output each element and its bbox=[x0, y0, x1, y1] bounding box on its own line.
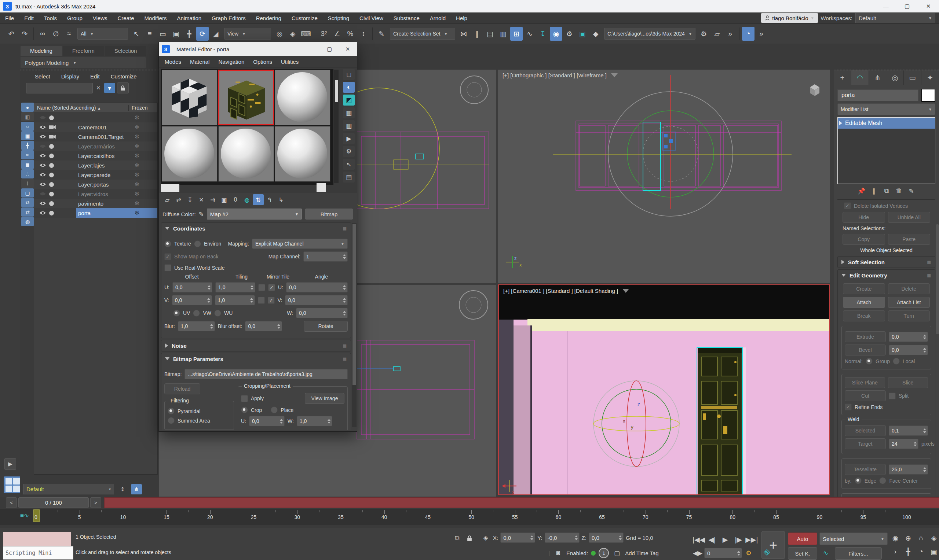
explorer-menu-edit[interactable]: Edit bbox=[90, 73, 100, 80]
bevel-spinner[interactable]: 0,0 bbox=[889, 345, 928, 355]
selection-filter-dropdown[interactable]: All▼ bbox=[77, 28, 128, 40]
orbit-icon[interactable]: ◔ bbox=[915, 545, 927, 558]
bitmap-path-field[interactable]: ...s\tiago\OneDrive\Ambiente de Trabalho… bbox=[185, 369, 348, 379]
explorer-menu-select[interactable]: Select bbox=[35, 73, 50, 80]
project-folder-dropdown[interactable]: C:\Users\tiago\...os\3ds Max 2024▼ bbox=[604, 28, 695, 40]
display-none-icon[interactable]: ● bbox=[21, 103, 34, 112]
wu-radio[interactable] bbox=[214, 310, 221, 317]
weld-target-spinner[interactable]: 24 bbox=[889, 439, 919, 449]
tab-create[interactable]: + bbox=[834, 70, 851, 85]
pov-arrow-icon[interactable]: › bbox=[889, 545, 902, 558]
eye-open-icon[interactable] bbox=[39, 182, 46, 186]
viewport-orthographic[interactable]: [+] [Orthographic ] [Standard ] [Wirefra… bbox=[498, 70, 830, 283]
go-forward-sibling-icon[interactable]: ↳ bbox=[276, 194, 287, 205]
column-frozen-header[interactable]: Frozen bbox=[128, 105, 157, 111]
material-id-channel-icon[interactable]: 0 bbox=[230, 194, 241, 205]
weld-selected-spinner[interactable]: 0,1 bbox=[889, 426, 928, 436]
next-frame-button[interactable]: > bbox=[90, 497, 101, 508]
material-editor-titlebar[interactable]: 3 Material Editor - porta — ▢ ✕ bbox=[159, 42, 357, 56]
by-face-center-radio[interactable] bbox=[879, 477, 886, 484]
select-and-scale-icon[interactable]: ◢ bbox=[210, 27, 222, 41]
sample-slot-3[interactable] bbox=[275, 70, 330, 125]
soft-selection-rollout-header[interactable]: Soft Selection▦ bbox=[838, 257, 935, 268]
assign-material-to-selection-icon[interactable]: ↧ bbox=[185, 194, 196, 205]
slice-plane-button[interactable]: Slice Plane bbox=[845, 377, 885, 388]
material-editor-icon[interactable]: ◉ bbox=[550, 27, 562, 41]
remove-modifier-icon[interactable]: 🗑 bbox=[894, 186, 904, 196]
display-helpers-icon[interactable]: ╋ bbox=[21, 141, 34, 150]
unlink-selection-icon[interactable]: ∅ bbox=[49, 27, 62, 41]
frozen-cell[interactable]: ✻ bbox=[127, 208, 157, 218]
menu-customize[interactable]: Customize bbox=[287, 15, 323, 21]
texture-radio[interactable] bbox=[164, 240, 171, 248]
command-panel-scrollbar[interactable] bbox=[936, 224, 939, 334]
key-filter-dropdown[interactable]: Selected▼ bbox=[819, 532, 888, 545]
mat-menu-material[interactable]: Material bbox=[187, 58, 213, 65]
display-particles-icon[interactable]: ∴ bbox=[21, 169, 34, 178]
v-mirror-checkbox[interactable] bbox=[258, 297, 265, 304]
explorer-preset-dropdown[interactable]: Default▾ bbox=[23, 484, 114, 494]
copy-button[interactable]: Copy bbox=[842, 234, 885, 245]
close-button[interactable]: ✕ bbox=[918, 0, 939, 12]
backlight-icon[interactable]: ◐ bbox=[343, 82, 355, 93]
edit-geometry-rollout-header[interactable]: Edit Geometry▦ bbox=[838, 270, 935, 281]
curve-editor-icon[interactable]: ∿ bbox=[523, 27, 536, 41]
background-icon[interactable]: ◩ bbox=[343, 95, 355, 106]
menu-help[interactable]: Help bbox=[451, 15, 472, 21]
next-frame-icon[interactable]: |▶ bbox=[732, 532, 745, 546]
use-real-world-scale-checkbox[interactable] bbox=[164, 264, 171, 271]
workspace-dropdown[interactable]: Default▼ bbox=[856, 13, 935, 23]
render-setup-icon[interactable]: ⚙ bbox=[563, 27, 575, 41]
v-angle-spinner[interactable]: 0,0 bbox=[285, 295, 348, 305]
minimize-button[interactable]: — bbox=[875, 0, 896, 12]
eyedropper-icon[interactable]: ✎ bbox=[199, 210, 204, 218]
normal-group-radio[interactable] bbox=[866, 358, 873, 365]
environ-radio[interactable] bbox=[194, 240, 201, 248]
filter-funnel-icon[interactable] bbox=[623, 289, 629, 293]
keyboard-override-icon[interactable]: ⌨ bbox=[300, 27, 312, 41]
map-type-button[interactable]: Bitmap bbox=[305, 209, 353, 220]
list-item-Camera001.Target[interactable]: Camera001.Target✻ bbox=[34, 132, 157, 142]
notification-badge[interactable]: 1 bbox=[598, 548, 609, 558]
get-material-icon[interactable]: ▱ bbox=[162, 194, 173, 205]
ribbon-tab-selection[interactable]: Selection bbox=[105, 46, 147, 56]
set-keys-button[interactable]: +⚿ bbox=[762, 531, 785, 559]
maximize-viewport-icon[interactable]: ▣ bbox=[928, 545, 939, 558]
normal-local-radio[interactable] bbox=[893, 358, 900, 365]
user-account-button[interactable]: tiago Bonifácio▼ bbox=[761, 13, 817, 23]
display-xrefs-icon[interactable]: ⇄ bbox=[21, 208, 34, 217]
prev-frame-icon[interactable]: ◀| bbox=[706, 532, 718, 546]
display-spacewarps-icon[interactable]: ≈ bbox=[21, 150, 34, 159]
pin-stack-icon[interactable]: 📌 bbox=[856, 186, 867, 196]
eye-open-icon[interactable] bbox=[39, 134, 46, 139]
make-unique-icon[interactable]: ⧉ bbox=[881, 186, 892, 196]
redo-icon[interactable]: ↷ bbox=[19, 27, 31, 41]
absolute-mode-transform-icon[interactable]: ◈ bbox=[481, 532, 491, 543]
auto-key-button[interactable]: Auto bbox=[788, 532, 817, 545]
eye-open-icon[interactable] bbox=[39, 211, 46, 215]
spinner-snap-icon[interactable]: ↕ bbox=[357, 27, 370, 41]
x-coordinate-spinner[interactable]: 0,0 bbox=[500, 532, 535, 543]
go-to-end-icon[interactable]: ▶▶| bbox=[745, 532, 758, 546]
split-checkbox[interactable] bbox=[889, 392, 896, 400]
list-item-Layer:lajes[interactable]: Layer:lajes✻ bbox=[34, 160, 157, 170]
display-lights-icon[interactable]: ○ bbox=[21, 122, 34, 131]
track-bar-autokey-strip[interactable] bbox=[104, 497, 939, 508]
snap-toggle-icon[interactable]: 3² bbox=[318, 27, 330, 41]
sample-uv-tiling-icon[interactable]: ▦ bbox=[343, 108, 355, 118]
frozen-cell[interactable]: ✻ bbox=[127, 132, 157, 142]
sample-slot-5[interactable] bbox=[218, 126, 274, 182]
dialog-maximize-button[interactable]: ▢ bbox=[320, 42, 339, 56]
frozen-cell[interactable]: ✻ bbox=[127, 189, 157, 198]
viewport-tab-expander-button[interactable]: ▶ bbox=[5, 458, 16, 470]
select-and-link-icon[interactable]: ∞ bbox=[36, 27, 49, 41]
put-material-to-scene-icon[interactable]: ⇄ bbox=[173, 194, 184, 205]
crop-radio[interactable] bbox=[241, 406, 248, 414]
list-item-pavimento[interactable]: pavimento✻ bbox=[34, 198, 157, 208]
display-shapes-icon[interactable]: ◧ bbox=[21, 112, 34, 121]
sample-slot-6[interactable] bbox=[275, 126, 330, 182]
scene-explorer-toggle-icon[interactable]: ▤ bbox=[484, 27, 496, 41]
mini-curve-editor-icon[interactable]: ≡∿ bbox=[20, 512, 29, 519]
sort-stack-icon[interactable]: ⇕ bbox=[117, 484, 128, 494]
slice-button[interactable]: Slice bbox=[888, 377, 928, 388]
